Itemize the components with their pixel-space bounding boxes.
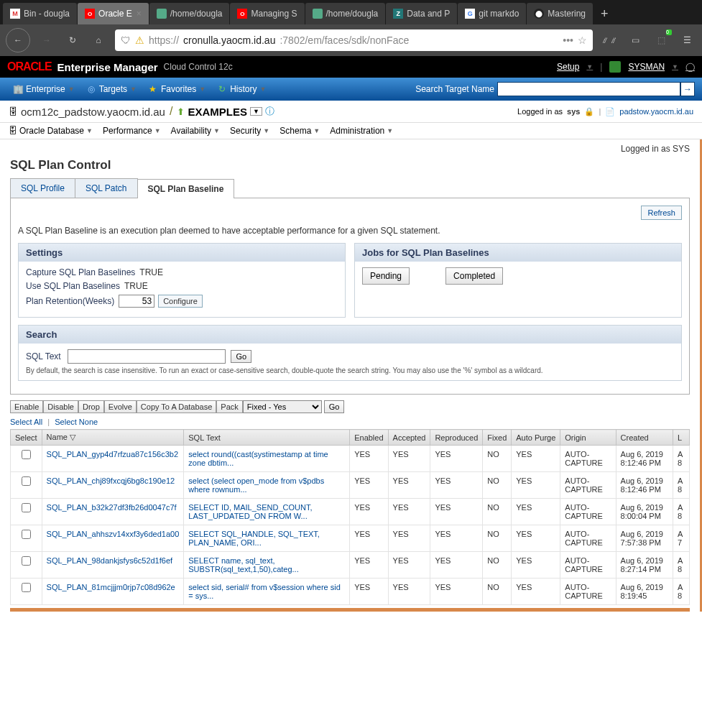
sql-text-label: SQL Text: [26, 351, 61, 361]
capture-value[interactable]: TRUE: [139, 267, 163, 277]
configure-button[interactable]: Configure: [158, 295, 203, 308]
sql-text-link[interactable]: select (select open_mode from v$pdbs whe…: [188, 476, 324, 494]
forward-button[interactable]: →: [37, 31, 56, 50]
sql-text-link[interactable]: SELECT name, sql_text, SUBSTR(sql_text,1…: [188, 556, 298, 573]
tab-label: Managing S: [251, 9, 297, 19]
th-fixed[interactable]: Fixed: [483, 430, 512, 446]
th-accepted[interactable]: Accepted: [388, 430, 430, 446]
th-enabled[interactable]: Enabled: [350, 430, 388, 446]
more-icon[interactable]: •••: [563, 34, 573, 46]
submenu-administration[interactable]: Administration▼: [330, 126, 393, 136]
select-none-link[interactable]: Select None: [55, 418, 98, 426]
browser-tab[interactable]: M Bin - dougla: [3, 3, 77, 24]
disable-button[interactable]: Disable: [43, 400, 78, 413]
reader-icon[interactable]: ▭: [626, 31, 645, 50]
sql-text-link[interactable]: SELECT ID, MAIL_SEND_COUNT, LAST_UPDATED…: [188, 503, 312, 520]
select-all-link[interactable]: Select All: [10, 418, 42, 426]
row-checkbox[interactable]: [22, 503, 31, 512]
close-icon[interactable]: ×: [137, 9, 142, 19]
submenu-security[interactable]: Security▼: [230, 126, 269, 136]
home-button[interactable]: ⌂: [89, 31, 108, 50]
tab-sql-patch[interactable]: SQL Patch: [75, 178, 138, 198]
table-row: SQL_PLAN_ahhszv14xxf3y6ded1a00SELECT SQL…: [11, 525, 690, 552]
cell-accepted: YES: [388, 499, 430, 525]
star-icon[interactable]: ☆: [578, 34, 587, 46]
th-sql-text[interactable]: SQL Text: [184, 430, 350, 446]
plan-name-link[interactable]: SQL_PLAN_chj89fxcqj6bg8c190e12: [47, 476, 175, 485]
th-name[interactable]: Name ▽: [42, 430, 184, 446]
submenu-oracle-db[interactable]: 🗄 Oracle Database▼: [9, 126, 93, 136]
sql-text-input[interactable]: [68, 349, 226, 364]
plan-name-link[interactable]: SQL_PLAN_98dankjsfys6c52d1f6ef: [47, 556, 173, 565]
menu-history[interactable]: ↻ History▼: [211, 78, 272, 101]
row-checkbox[interactable]: [22, 450, 31, 459]
th-origin[interactable]: Origin: [560, 430, 616, 446]
tab-sql-plan-baseline[interactable]: SQL Plan Baseline: [137, 179, 235, 198]
url-bar[interactable]: 🛡 ⚠ https://cronulla.yaocm.id.au:7802/em…: [115, 29, 593, 51]
db-link[interactable]: padstow.yaocm.id.au: [619, 107, 693, 116]
tab-sql-profile[interactable]: SQL Profile: [10, 178, 75, 198]
submenu-availability[interactable]: Availability▼: [171, 126, 220, 136]
action-row: Enable Disable Drop Evolve Copy To A Dat…: [10, 400, 690, 413]
plan-name-link[interactable]: SQL_PLAN_ahhszv14xxf3y6ded1a00: [47, 530, 180, 538]
use-value[interactable]: TRUE: [124, 281, 148, 291]
setup-link[interactable]: Setup: [557, 62, 579, 72]
browser-tab[interactable]: Z Data and P: [386, 3, 457, 24]
browser-tab[interactable]: G git markdo: [458, 3, 526, 24]
breadcrumb-separator: /: [170, 105, 172, 118]
dropdown-button[interactable]: ▼: [250, 107, 262, 116]
th-l[interactable]: L: [673, 430, 690, 446]
retention-input[interactable]: [119, 295, 154, 308]
browser-tab-active[interactable]: O Oracle E ×: [78, 3, 149, 24]
menu-targets[interactable]: ◎ Targets▼: [80, 78, 142, 101]
use-label: Use SQL Plan Baselines: [26, 281, 120, 291]
refresh-button[interactable]: Refresh: [641, 206, 682, 220]
browser-tab[interactable]: /home/dougla: [149, 3, 230, 24]
th-auto-purge[interactable]: Auto Purge: [512, 430, 560, 446]
th-select[interactable]: Select: [11, 430, 42, 446]
search-target-input[interactable]: [497, 82, 680, 96]
submenu-performance[interactable]: Performance▼: [103, 126, 161, 136]
row-checkbox[interactable]: [22, 476, 31, 486]
row-checkbox[interactable]: [22, 583, 31, 592]
pack-button[interactable]: Pack: [216, 400, 242, 413]
menu-icon[interactable]: ☰: [678, 31, 696, 50]
search-go-button[interactable]: Go: [231, 350, 251, 363]
browser-tab[interactable]: O Managing S: [230, 3, 304, 24]
completed-button[interactable]: Completed: [445, 267, 503, 285]
browser-tab[interactable]: /home/dougla: [305, 3, 386, 24]
sql-text-link[interactable]: select round((cast(systimestamp at time …: [188, 450, 328, 467]
evolve-button[interactable]: Evolve: [104, 400, 137, 413]
menu-enterprise[interactable]: 🏢 Enterprise▼: [7, 78, 80, 101]
user-link[interactable]: SYSMAN: [628, 62, 665, 72]
menu-favorites[interactable]: ★ Favorites▼: [142, 78, 211, 101]
up-icon[interactable]: ⬆: [177, 106, 185, 117]
plan-name-link[interactable]: SQL_PLAN_81mcjjjm0rjp7c08d962e: [47, 583, 175, 591]
search-go-button[interactable]: →: [680, 82, 695, 96]
row-checkbox[interactable]: [22, 556, 31, 566]
enable-button[interactable]: Enable: [10, 400, 43, 413]
sql-text-link[interactable]: select sid, serial# from v$session where…: [188, 583, 341, 600]
library-icon[interactable]: ⫽⫽: [600, 31, 619, 50]
copy-button[interactable]: Copy To A Database: [137, 400, 216, 413]
action-go-button[interactable]: Go: [324, 400, 345, 413]
pending-button[interactable]: Pending: [362, 267, 410, 285]
row-checkbox[interactable]: [22, 530, 31, 539]
browser-tab[interactable]: ⬤ Mastering: [527, 3, 593, 24]
plan-name-link[interactable]: SQL_PLAN_gyp4d7rfzua87c156c3b2: [47, 450, 178, 459]
plan-name-link[interactable]: SQL_PLAN_b32k27df3fb26d0047c7f: [47, 503, 177, 512]
submenu-schema[interactable]: Schema▼: [280, 126, 320, 136]
info-icon[interactable]: ⓘ: [265, 105, 274, 118]
reload-button[interactable]: ↻: [63, 31, 82, 50]
cell-fixed: NO: [483, 552, 512, 579]
page-tabs: SQL Profile SQL Patch SQL Plan Baseline: [10, 178, 690, 198]
new-tab-button[interactable]: +: [594, 6, 616, 22]
th-created[interactable]: Created: [616, 430, 673, 446]
extension-icon[interactable]: ⬚0: [652, 31, 670, 50]
th-reproduced[interactable]: Reproduced: [430, 430, 483, 446]
back-button[interactable]: ←: [6, 28, 30, 52]
fixed-select[interactable]: Fixed - Yes: [243, 400, 322, 413]
drop-button[interactable]: Drop: [78, 400, 104, 413]
feed-icon[interactable]: ◯: [685, 62, 695, 72]
sql-text-link[interactable]: SELECT SQL_HANDLE, SQL_TEXT, PLAN_NAME, …: [188, 530, 320, 547]
